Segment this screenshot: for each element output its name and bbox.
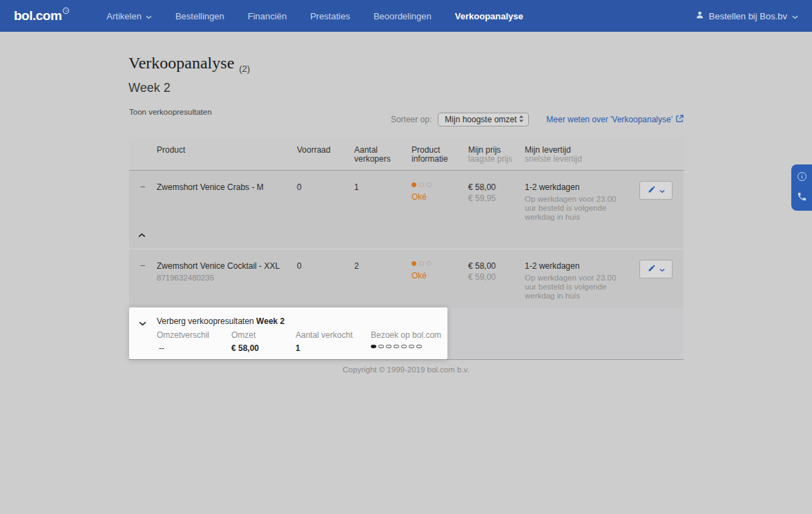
indicator-dot [401, 345, 407, 348]
show-results-link[interactable]: Toon verkoopresultaten [129, 108, 212, 116]
nav-item-label: Bestellingen [175, 11, 224, 21]
indicator-dot [386, 345, 392, 348]
nav-item-label: Artikelen [106, 11, 142, 21]
table-row: − Zwemshort Venice Crabs - M 0 1 Oké € 5… [129, 171, 684, 249]
actions-cell [637, 182, 684, 249]
product-cell: Zwemshort Venice Cocktail - XXL 87196324… [157, 261, 297, 307]
bolcom-logo[interactable]: bol.com [14, 8, 70, 23]
col-header-voorraad: Voorraad [297, 146, 354, 164]
levertijd: 1-2 werkdagen [525, 182, 637, 192]
col-header-aantal-verkopers: Aantal verkopers [354, 146, 412, 164]
nav-item-label: Verkoopanalyse [455, 11, 523, 21]
sort-controls: Sorteer op: Mijn hoogste omzet Meer wete… [391, 113, 684, 126]
nav-item-label: Financiën [248, 11, 287, 21]
product-info-status: Oké [412, 271, 468, 280]
logo-text: bol.com [14, 8, 61, 23]
external-link-icon [676, 115, 684, 124]
omzet-value: € 58,00 [231, 343, 259, 353]
table-header: Product Voorraad Aantal verkopers Produc… [129, 138, 684, 171]
user-icon [695, 10, 704, 21]
minus-icon[interactable]: − [140, 182, 146, 192]
header-actions [637, 146, 684, 164]
page-heading: Verkoopanalyse(2) Week 2 [128, 54, 250, 95]
product-informatie-cell: Oké [412, 261, 468, 307]
indicator-dot [394, 345, 399, 348]
product-info-dots [412, 182, 468, 187]
chevron-down-icon [792, 11, 798, 21]
select-updown-icon [519, 115, 524, 125]
nav-item-bestellingen[interactable]: Bestellingen [164, 0, 236, 32]
pencil-icon [648, 185, 656, 196]
account-label: Bestellen bij Bos.bv [709, 11, 787, 21]
header-subline: laagste prijs [468, 155, 525, 164]
nav-item-financien[interactable]: Financiën [236, 0, 298, 32]
product-ean: 8719632480235 [157, 274, 297, 282]
product-name[interactable]: Zwemshort Venice Crabs - M [157, 182, 297, 192]
indicator-dot [416, 345, 422, 348]
chevron-down-icon [146, 11, 152, 21]
edit-offer-button[interactable] [639, 181, 673, 200]
levertijd-cell: 1-2 werkdagen Op werkdagen voor 23.00 uu… [525, 182, 637, 249]
laagste-prijs: € 59,00 [468, 272, 525, 282]
indicator-dot [419, 261, 424, 266]
sort-label: Sorteer op: [391, 115, 432, 124]
mijn-prijs: € 58,00 [468, 182, 525, 192]
header-line: informatie [412, 155, 468, 164]
page-subtitle: Week 2 [128, 81, 250, 95]
omzetverschil-value: -- [159, 343, 164, 353]
page-title-count: (2) [239, 64, 250, 74]
aantal-verkopers-cell: 2 [354, 261, 412, 307]
page-title: Verkoopanalyse [128, 54, 234, 72]
footer-copyright: Copyright © 1999-2019 bol.com b.v. [0, 365, 812, 374]
phone-icon[interactable] [797, 191, 807, 204]
indicator-dot [412, 261, 416, 266]
sort-select[interactable]: Mijn hoogste omzet [438, 113, 529, 126]
actions-cell [637, 261, 684, 307]
contact-widget [791, 164, 812, 211]
learn-more-label: Meer weten over 'Verkoopanalyse' [546, 115, 673, 124]
product-name[interactable]: Zwemshort Venice Cocktail - XXL [157, 261, 297, 271]
col-header-mijn-prijs: Mijn prijs laagste prijs [468, 146, 525, 164]
chevron-down-icon [659, 265, 665, 274]
col-header-mijn-levertijd: Mijn levertijd snelste levertijd [525, 146, 637, 164]
laagste-prijs: € 59,95 [468, 193, 525, 203]
col-bezoek: Bezoek op bol.com [371, 330, 441, 340]
aantal-verkocht-value: 1 [296, 343, 300, 353]
nav-item-prestaties[interactable]: Prestaties [298, 0, 362, 32]
nav-item-beoordelingen[interactable]: Beoordelingen [362, 0, 443, 32]
col-header-product: Product [157, 146, 297, 164]
product-info-status: Oké [412, 192, 468, 202]
col-omzet: Omzet [231, 330, 255, 340]
edit-offer-button[interactable] [639, 260, 673, 278]
indicator-dot [412, 182, 416, 187]
indicator-dot [427, 182, 432, 187]
table-row: − Zwemshort Venice Cocktail - XXL 871963… [129, 249, 684, 307]
voorraad-cell: 0 [297, 261, 354, 307]
expanded-results-row: Verberg verkoopresultaten Week 2 Omzetve… [129, 307, 684, 360]
nav-item-artikelen[interactable]: Artikelen [95, 0, 164, 32]
col-header-product-informatie: Product informatie [412, 146, 468, 164]
indicator-dot [427, 261, 432, 266]
collapse-results-toggle[interactable] [138, 230, 146, 240]
header-line: verkopers [354, 155, 412, 164]
verkoopanalyse-table: Product Voorraad Aantal verkopers Produc… [129, 138, 684, 360]
voorraad-cell: 0 [297, 182, 354, 249]
indicator-dot [371, 345, 376, 348]
levertijd-detail: Op werkdagen voor 23.00 uur besteld is v… [525, 274, 628, 301]
row-gutter: − [129, 261, 157, 307]
week-label: Week 2 [256, 316, 284, 326]
learn-more-link[interactable]: Meer weten over 'Verkoopanalyse' [546, 115, 684, 124]
mijn-prijs: € 58,00 [468, 261, 525, 271]
collapse-results-toggle[interactable] [139, 318, 146, 328]
nav-items: Artikelen Bestellingen Financiën Prestat… [95, 0, 534, 32]
account-menu[interactable]: Bestellen bij Bos.bv [695, 10, 798, 21]
product-info-dots [412, 261, 468, 266]
bezoek-indicator [371, 345, 424, 348]
aantal-verkopers-cell: 1 [354, 182, 412, 249]
nav-item-verkoopanalyse[interactable]: Verkoopanalyse [443, 0, 535, 32]
nav-item-label: Prestaties [310, 11, 350, 21]
levertijd-cell: 1-2 werkdagen Op werkdagen voor 23.00 uu… [525, 261, 637, 307]
nav-item-label: Beoordelingen [374, 11, 432, 21]
minus-icon[interactable]: − [140, 260, 146, 271]
info-icon[interactable] [797, 171, 807, 184]
